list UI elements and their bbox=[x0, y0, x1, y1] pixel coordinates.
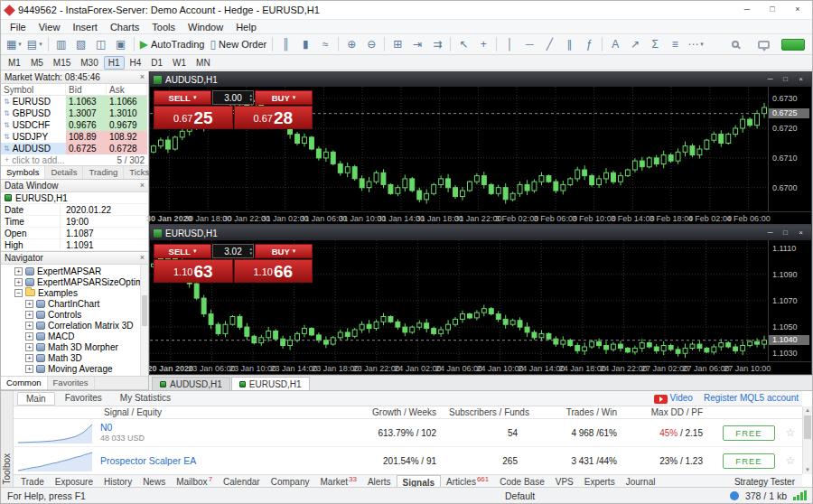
signals-tab-my-statistics[interactable]: My Statistics bbox=[112, 392, 179, 406]
volume-spinner[interactable]: ▴▾ bbox=[249, 245, 252, 257]
new-chart-button[interactable]: ▦▾ bbox=[5, 35, 23, 53]
timeframe-mn[interactable]: MN bbox=[192, 56, 215, 70]
favorite-star-icon[interactable]: ☆ bbox=[779, 426, 802, 439]
expand-icon[interactable]: + bbox=[25, 322, 33, 330]
sell-price[interactable]: 1.1063 bbox=[154, 259, 233, 283]
market-watch-row-eurusd[interactable]: ⇅EURUSD1.10631.1066 bbox=[1, 96, 148, 107]
navigator-scrollbar[interactable] bbox=[140, 265, 148, 376]
timeframe-w1[interactable]: W1 bbox=[168, 56, 191, 70]
navigator-button[interactable]: ◫ bbox=[92, 35, 110, 53]
signals-column-subscribers-funds[interactable]: Subscribers / Funds bbox=[449, 407, 530, 417]
strategy-tester-label[interactable]: Strategy Tester bbox=[734, 477, 802, 487]
menu-file[interactable]: File bbox=[4, 22, 33, 33]
more-tools-button[interactable]: ⋯▾ bbox=[686, 35, 706, 53]
zoom-in-button[interactable]: ⊕ bbox=[342, 35, 360, 53]
timeframe-m1[interactable]: M1 bbox=[4, 56, 25, 70]
market-watch-button[interactable]: ▥ bbox=[52, 35, 70, 53]
chart-shift-button[interactable]: ⇉ bbox=[428, 35, 446, 53]
collapse-icon[interactable]: − bbox=[14, 289, 23, 297]
signals-column-trades-win[interactable]: Trades / Win bbox=[530, 407, 630, 417]
line-chart-button[interactable]: ≈ bbox=[316, 35, 334, 53]
scrollbar-thumb[interactable] bbox=[804, 415, 811, 439]
buy-price[interactable]: 0.6728 bbox=[234, 106, 313, 129]
market-watch-row-usdjpy[interactable]: ⇅USDJPY108.89108.92 bbox=[1, 131, 148, 143]
chart-close-button[interactable]: × bbox=[794, 228, 808, 238]
menu-tools[interactable]: Tools bbox=[145, 22, 182, 33]
autotrading-button[interactable]: ▶AutoTrading bbox=[138, 35, 207, 53]
data-window-button[interactable]: ▧ bbox=[72, 35, 90, 53]
menu-help[interactable]: Help bbox=[229, 22, 263, 33]
navigator-tab-favorites[interactable]: Favorites bbox=[48, 377, 95, 389]
timeframe-h4[interactable]: H4 bbox=[126, 56, 146, 70]
sell-button[interactable]: SELL▾ bbox=[154, 244, 211, 258]
buy-button[interactable]: BUY▾ bbox=[255, 90, 313, 105]
market-watch-row-usdchf[interactable]: ⇅USDCHF0.96760.9679 bbox=[1, 119, 148, 131]
auto-scroll-button[interactable]: ⇥ bbox=[408, 35, 426, 53]
price-axis[interactable]: 0.67000.67100.67200.67300.6725 bbox=[768, 87, 811, 211]
scrollbar-thumb[interactable] bbox=[142, 295, 147, 326]
market-watch-tab-trading[interactable]: Trading bbox=[83, 166, 124, 179]
timeframe-d1[interactable]: D1 bbox=[146, 56, 167, 70]
navigator-item-controls[interactable]: +Controls bbox=[1, 309, 148, 320]
market-watch-row-gbpusd[interactable]: ⇅GBPUSD1.30071.3010 bbox=[1, 107, 148, 119]
expand-icon[interactable]: + bbox=[25, 343, 33, 351]
signal-name-link[interactable]: N0 bbox=[100, 422, 145, 433]
buy-price[interactable]: 1.1066 bbox=[234, 259, 313, 283]
expand-icon[interactable]: + bbox=[25, 354, 33, 362]
close-icon[interactable]: × bbox=[140, 254, 145, 262]
navigator-item-expertmapsar[interactable]: +ExpertMAPSAR bbox=[1, 266, 148, 276]
equidistant-channel-button[interactable]: ∥ bbox=[560, 35, 578, 53]
column-header-symbol[interactable]: Symbol bbox=[1, 84, 66, 95]
navigator-item-chartinchart[interactable]: +ChartInChart bbox=[1, 298, 148, 309]
signals-tab-main[interactable]: Main bbox=[17, 392, 55, 406]
menu-view[interactable]: View bbox=[33, 22, 67, 33]
objects-list-button[interactable]: ≡ bbox=[666, 35, 684, 53]
navigator-item-examples[interactable]: −Examples bbox=[1, 287, 148, 298]
navigator-tab-common[interactable]: Common bbox=[1, 377, 48, 389]
expand-icon[interactable]: + bbox=[25, 332, 33, 341]
signals-column-max-dd-pf[interactable]: Max DD / PF bbox=[630, 407, 715, 417]
chart-plot-area[interactable]: SELL▾3.00▴▾BUY▾0.67250.6728 bbox=[150, 87, 768, 211]
signal-row-prospector-scalper-ea[interactable]: Prospector Scalper EA201.54% / 912653 43… bbox=[14, 447, 802, 474]
expand-icon[interactable]: + bbox=[25, 311, 33, 319]
bars-chart-button[interactable]: ║ bbox=[276, 35, 294, 53]
favorite-star-icon[interactable]: ☆ bbox=[779, 454, 802, 467]
chart-window-titlebar[interactable]: AUDUSD,H1─□× bbox=[150, 72, 811, 87]
chart-plot-area[interactable]: SELL▾3.02▴▾BUY▾1.10631.1066 bbox=[150, 240, 768, 361]
sell-button[interactable]: SELL▾ bbox=[154, 90, 211, 105]
community-button[interactable] bbox=[754, 35, 772, 53]
video-link[interactable]: Video bbox=[654, 393, 693, 403]
text-label-button[interactable]: A bbox=[606, 35, 624, 53]
scroll-up-icon[interactable]: ▲ bbox=[803, 406, 812, 415]
horizontal-line-button[interactable]: ─ bbox=[520, 35, 538, 53]
navigator-item-moving-average[interactable]: +Moving Average bbox=[1, 363, 148, 374]
chart-minimize-button[interactable]: ─ bbox=[763, 74, 777, 85]
expand-icon[interactable]: + bbox=[25, 365, 33, 373]
volume-spinner[interactable]: ▴▾ bbox=[249, 91, 252, 104]
market-watch-tab-details[interactable]: Details bbox=[45, 166, 83, 179]
status-profile[interactable]: Default bbox=[505, 490, 535, 501]
free-button[interactable]: FREE bbox=[723, 425, 775, 441]
free-button[interactable]: FREE bbox=[723, 453, 775, 469]
navigator-item-math-3d[interactable]: +Math 3D bbox=[1, 352, 148, 363]
expand-icon[interactable]: + bbox=[14, 278, 23, 286]
zoom-out-button[interactable]: ⊖ bbox=[362, 35, 380, 53]
search-button[interactable] bbox=[726, 35, 744, 53]
time-axis[interactable]: 30 Jan 202030 Jan 18:0030 Jan 22:0031 Ja… bbox=[150, 211, 811, 224]
chart-maximize-button[interactable]: □ bbox=[779, 228, 792, 238]
signal-name-link[interactable]: Prospector Scalper EA bbox=[100, 455, 196, 466]
chart-tab-audusd-h1[interactable]: AUDUSD,H1 bbox=[152, 377, 230, 390]
maximize-button[interactable]: □ bbox=[760, 2, 785, 18]
chart-minimize-button[interactable]: ─ bbox=[763, 228, 777, 238]
signals-column-growth-weeks[interactable]: Growth / Weeks bbox=[363, 407, 449, 417]
navigator-item-math-3d-morpher[interactable]: +Math 3D Morpher bbox=[1, 341, 148, 352]
scroll-down-icon[interactable]: ▼ bbox=[803, 466, 812, 474]
register-mql5-link[interactable]: Register MQL5 account bbox=[704, 393, 799, 403]
cursor-button[interactable]: ↖ bbox=[454, 35, 472, 53]
new-order-button[interactable]: ▯New Order bbox=[208, 35, 268, 53]
arrow-object-button[interactable]: ↗ bbox=[626, 35, 644, 53]
toolbox-vertical-tab[interactable]: Toolbox bbox=[1, 391, 14, 489]
expand-icon[interactable]: + bbox=[14, 267, 23, 275]
chart-maximize-button[interactable]: □ bbox=[779, 74, 792, 85]
buy-button[interactable]: BUY▾ bbox=[255, 244, 313, 258]
